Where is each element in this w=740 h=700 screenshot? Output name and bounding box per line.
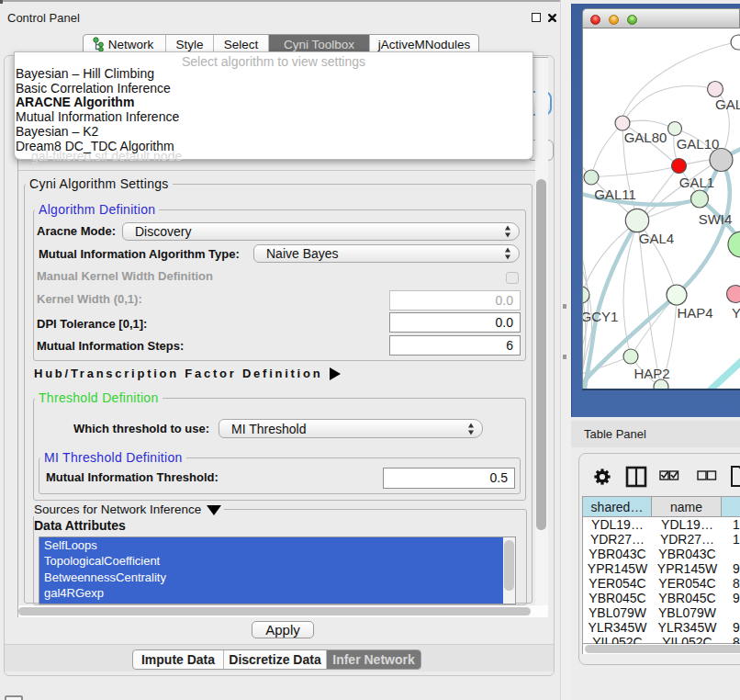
svg-text:GCY1: GCY1: [583, 309, 618, 324]
svg-text:GAL: GAL: [715, 96, 740, 112]
svg-text:GAL10: GAL10: [677, 136, 720, 152]
svg-text:HAP2: HAP2: [633, 366, 669, 381]
svg-text:HAP4: HAP4: [677, 305, 712, 321]
svg-text:SWI4: SWI4: [699, 211, 733, 227]
svg-text:Y: Y: [732, 305, 740, 321]
svg-text:GAL11: GAL11: [594, 186, 636, 202]
svg-text:GAL80: GAL80: [624, 130, 667, 145]
svg-text:GAL1: GAL1: [679, 175, 714, 190]
svg-text:GAL4: GAL4: [639, 231, 674, 246]
